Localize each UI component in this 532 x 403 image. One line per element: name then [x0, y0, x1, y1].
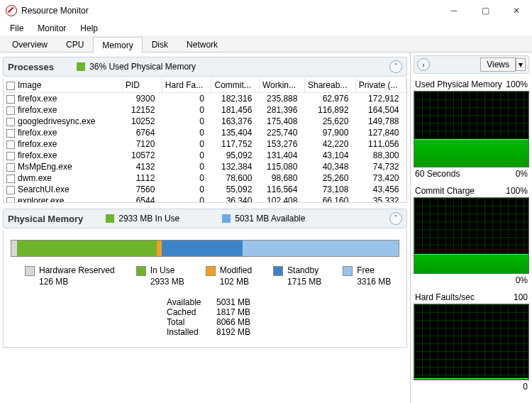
- graph-foot-left: 60 Seconds: [415, 169, 460, 179]
- views-dropdown-icon[interactable]: ▾: [516, 58, 526, 71]
- menu-help[interactable]: Help: [74, 22, 104, 35]
- inuse-swatch: [106, 214, 114, 223]
- collapse-icon[interactable]: ˆ: [389, 212, 402, 225]
- row-checkbox[interactable]: [6, 175, 15, 183]
- graph-block: Used Physical Memory100%60 Seconds0%: [414, 79, 529, 179]
- column-header[interactable]: Commit...: [211, 78, 259, 93]
- graph-title: Used Physical Memory: [415, 79, 502, 89]
- column-header[interactable]: Hard Fa...: [162, 78, 211, 93]
- graph-canvas: [414, 91, 529, 167]
- stats-row: Total8066 MB: [167, 317, 399, 327]
- column-header[interactable]: Workin...: [259, 78, 304, 93]
- app-icon: [6, 5, 17, 16]
- column-header[interactable]: Private (...: [355, 78, 406, 93]
- stats-row: Cached1817 MB: [167, 307, 399, 317]
- table-row[interactable]: firefox.exe93000182,316235,88862,976172,…: [4, 93, 406, 105]
- memory-bar-segment: [11, 241, 17, 256]
- available-label: 5031 MB Available: [235, 214, 305, 223]
- legend-item: Modified102 MB: [206, 265, 252, 287]
- right-panel: › Views ▾ Used Physical Memory100%60 Sec…: [410, 53, 532, 403]
- memory-stats: Available5031 MBCached1817 MBTotal8066 M…: [167, 297, 399, 337]
- graph-max: 100%: [506, 186, 528, 196]
- row-checkbox[interactable]: [6, 163, 15, 172]
- maximize-button[interactable]: ▢: [470, 0, 501, 21]
- table-row[interactable]: firefox.exe71200117,752153,27642,220111,…: [4, 138, 406, 150]
- legend-item: Hardware Reserved126 MB: [25, 265, 115, 287]
- tab-memory[interactable]: Memory: [93, 37, 142, 53]
- graph-foot-right: 0%: [516, 169, 528, 179]
- row-checkbox[interactable]: [6, 106, 15, 115]
- graph-block: Hard Faults/sec1000: [414, 292, 529, 392]
- tab-overview[interactable]: Overview: [3, 36, 57, 52]
- graph-title: Commit Charge: [415, 186, 475, 196]
- processes-panel-header[interactable]: Processes 36% Used Physical Memory ˆ: [3, 57, 407, 77]
- stats-row: Available5031 MB: [167, 297, 399, 307]
- graph-foot-right: 0%: [516, 275, 528, 285]
- tab-row: Overview CPU Memory Disk Network: [0, 35, 532, 53]
- nav-right-icon[interactable]: ›: [417, 58, 430, 71]
- graph-canvas: [414, 304, 529, 380]
- graph-max: 100: [514, 292, 528, 302]
- tab-network[interactable]: Network: [177, 36, 227, 52]
- legend-item: In Use2933 MB: [136, 265, 184, 287]
- graph-foot-right: 0: [523, 382, 528, 392]
- window-titlebar: Resource Monitor ─ ▢ ✕: [0, 0, 532, 21]
- stats-row: Installed8192 MB: [167, 327, 399, 337]
- row-checkbox[interactable]: [6, 140, 15, 149]
- table-row[interactable]: dwm.exe1112078,60098,68025,26073,420: [4, 172, 406, 184]
- physical-memory-title: Physical Memory: [8, 214, 83, 224]
- row-checkbox[interactable]: [6, 118, 15, 126]
- column-header[interactable]: PID: [123, 78, 162, 93]
- processes-table-container[interactable]: ImagePIDHard Fa...Commit...Workin...Shar…: [3, 78, 407, 203]
- minimize-button[interactable]: ─: [438, 0, 470, 21]
- table-row[interactable]: firefox.exe10572095,092131,40443,10488,3…: [4, 150, 406, 161]
- menu-monitor[interactable]: Monitor: [32, 22, 72, 35]
- menubar: File Monitor Help: [0, 21, 532, 35]
- graph-canvas: [414, 197, 529, 274]
- memory-bar-segment: [157, 241, 162, 256]
- tab-disk[interactable]: Disk: [143, 36, 177, 52]
- column-header[interactable]: Shareab...: [304, 78, 355, 93]
- available-swatch: [222, 214, 231, 223]
- processes-table: ImagePIDHard Fa...Commit...Workin...Shar…: [4, 78, 406, 203]
- row-checkbox[interactable]: [6, 197, 15, 203]
- graph-title: Hard Faults/sec: [415, 292, 475, 302]
- row-checkbox[interactable]: [6, 152, 15, 160]
- table-row[interactable]: googledrivesync.exe102520163,376175,4082…: [4, 116, 406, 127]
- menu-file[interactable]: File: [4, 22, 29, 35]
- table-row[interactable]: explorer.exe6544036,340102,40866,16035,3…: [4, 195, 406, 203]
- right-panel-header: › Views ▾: [414, 55, 529, 74]
- table-row[interactable]: firefox.exe67640135,404225,74097,900127,…: [4, 127, 406, 138]
- memory-bar-segment: [243, 241, 398, 256]
- table-row[interactable]: MsMpEng.exe41320132,384115,08040,34874,7…: [4, 161, 406, 172]
- table-row[interactable]: SearchUI.exe7560055,092116,56473,10843,4…: [4, 184, 406, 195]
- processes-meta-swatch: [77, 62, 85, 71]
- memory-bar: [11, 240, 399, 257]
- tab-cpu[interactable]: CPU: [57, 36, 93, 52]
- views-button[interactable]: Views: [480, 57, 516, 72]
- close-button[interactable]: ✕: [501, 0, 532, 21]
- row-checkbox[interactable]: [6, 129, 15, 138]
- graph-block: Commit Charge100%0%: [414, 186, 529, 285]
- memory-bar-segment: [162, 241, 243, 256]
- legend-item: Standby1715 MB: [273, 265, 321, 287]
- inuse-label: 2933 MB In Use: [118, 214, 179, 223]
- processes-meta-label: 36% Used Physical Memory: [89, 62, 196, 72]
- collapse-icon[interactable]: ˆ: [389, 60, 402, 73]
- processes-title: Processes: [8, 62, 54, 72]
- row-checkbox[interactable]: [6, 95, 15, 104]
- window-title: Resource Monitor: [21, 6, 438, 16]
- row-checkbox[interactable]: [6, 186, 15, 194]
- physical-memory-panel-header[interactable]: Physical Memory 2933 MB In Use 5031 MB A…: [3, 209, 407, 228]
- table-row[interactable]: firefox.exe121520181,456281,396116,89216…: [4, 104, 406, 116]
- column-header[interactable]: Image: [4, 78, 123, 93]
- graph-max: 100%: [506, 79, 528, 89]
- physical-memory-body: Hardware Reserved126 MBIn Use2933 MBModi…: [3, 230, 407, 348]
- memory-bar-segment: [17, 241, 157, 256]
- memory-legend: Hardware Reserved126 MBIn Use2933 MBModi…: [11, 265, 399, 287]
- legend-item: Free3316 MB: [343, 265, 391, 287]
